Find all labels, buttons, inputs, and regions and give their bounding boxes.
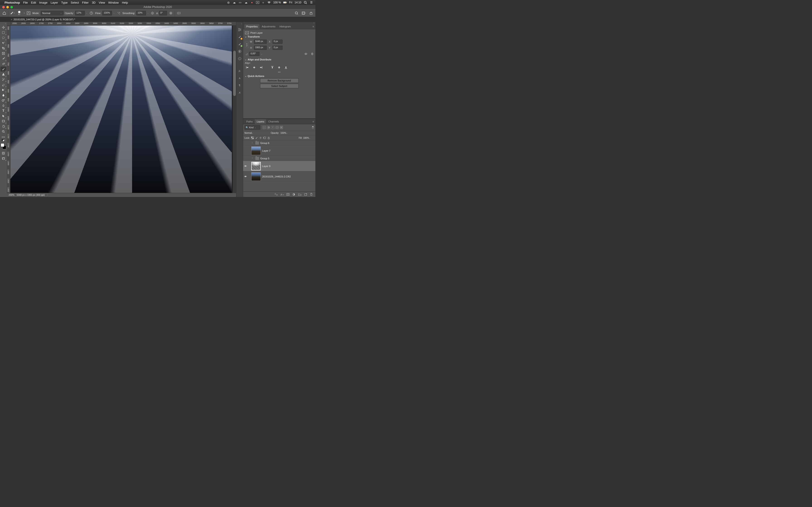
control-center-icon[interactable]: ☰: [309, 1, 313, 4]
blend-mode-select[interactable]: Normal⌄: [245, 132, 269, 134]
status-dot-icon[interactable]: ●: [250, 1, 254, 4]
brush-tool[interactable]: [0, 66, 6, 71]
more-options-icon[interactable]: •••: [245, 71, 314, 73]
history-brush-tool[interactable]: [0, 77, 6, 82]
menu-filter[interactable]: Filter: [82, 1, 89, 4]
lasso-tool[interactable]: [0, 35, 6, 40]
collapse-icon[interactable]: ⌄: [245, 75, 247, 77]
menu-edit[interactable]: Edit: [31, 1, 36, 4]
home-icon[interactable]: [2, 11, 7, 16]
wifi-icon[interactable]: [267, 1, 271, 4]
tab-adjustments[interactable]: Adjustments: [260, 24, 277, 29]
panel-menu-icon[interactable]: ≡: [313, 25, 314, 28]
width-input[interactable]: 5048 px: [254, 40, 267, 44]
layer-fx-icon[interactable]: fx ▾: [281, 193, 284, 196]
layer-item[interactable]: 20161029_144615-2.CR2: [243, 171, 315, 182]
menu-file[interactable]: File: [23, 1, 28, 4]
ruler-vertical[interactable]: 5506006507007508008509009501000105011001…: [7, 25, 10, 193]
tab-layers[interactable]: Layers: [255, 119, 266, 124]
document-tab[interactable]: × 20161029_144720-2.psd @ 200% (Layer 9,…: [9, 17, 78, 21]
filter-smart-icon[interactable]: [280, 126, 283, 129]
menu-help[interactable]: Help: [122, 1, 128, 4]
layer-item[interactable]: 〉Group 6: [243, 140, 315, 146]
lock-all-icon[interactable]: [267, 136, 270, 139]
stamp-tool[interactable]: [0, 72, 6, 77]
smoothing-options-icon[interactable]: [150, 11, 155, 16]
canvas[interactable]: [10, 25, 236, 193]
new-group-icon[interactable]: [298, 193, 302, 196]
align-top-icon[interactable]: [270, 65, 275, 70]
share-icon[interactable]: [309, 11, 314, 16]
move-tool[interactable]: [0, 25, 6, 30]
color-swatches[interactable]: [0, 143, 6, 150]
arrange-docs-icon[interactable]: ▾: [301, 11, 306, 16]
new-layer-icon[interactable]: [304, 193, 308, 196]
link-dims-icon[interactable]: [245, 42, 249, 48]
navigator-panel-icon[interactable]: [237, 49, 242, 54]
align-vcenter-icon[interactable]: [276, 65, 282, 70]
symmetry-icon[interactable]: [176, 11, 181, 16]
zoom-tool[interactable]: [0, 129, 6, 134]
panel-menu-icon[interactable]: ≡: [313, 120, 314, 123]
brush-settings-panel-icon[interactable]: [237, 27, 242, 32]
rotate-input[interactable]: 0,00°: [249, 52, 259, 56]
lock-image-icon[interactable]: [255, 136, 258, 139]
layer-item[interactable]: 〉Group 5: [243, 156, 315, 161]
collapse-icon[interactable]: ⌄: [245, 36, 247, 38]
doc-dims[interactable]: 5048 px x 3365 px (300 ppi): [17, 194, 45, 196]
fill-input[interactable]: 100%⌄: [303, 137, 314, 139]
scroll-thumb[interactable]: [233, 51, 236, 96]
layer-thumbnail[interactable]: [251, 172, 261, 181]
quick-mask-tool[interactable]: [0, 151, 6, 156]
tab-histogram[interactable]: Histogram: [278, 24, 293, 29]
mode-select[interactable]: Normal⌄: [41, 11, 63, 15]
battery-icon[interactable]: ⚡: [283, 1, 287, 4]
visibility-toggle[interactable]: [244, 175, 247, 177]
angle-input[interactable]: 0°: [159, 11, 167, 15]
cloud-icon[interactable]: ☁: [233, 1, 236, 4]
expand-dock-icon[interactable]: «: [236, 23, 243, 25]
cc-icon[interactable]: ◎: [226, 1, 230, 4]
menu-view[interactable]: View: [99, 1, 105, 4]
tab-paths[interactable]: Paths: [245, 119, 254, 124]
screen-icon[interactable]: ▭: [238, 1, 242, 4]
smoothing-input[interactable]: 10%: [136, 11, 146, 15]
height-input[interactable]: 3365 px: [254, 46, 267, 50]
flip-h-icon[interactable]: [304, 53, 308, 55]
menu-3d[interactable]: 3D: [92, 1, 96, 4]
lock-artboard-icon[interactable]: [263, 136, 266, 139]
align-left-icon[interactable]: [245, 65, 250, 70]
character-panel-icon[interactable]: A: [237, 75, 242, 80]
keyboard-icon[interactable]: A: [256, 1, 259, 4]
lock-position-icon[interactable]: [259, 136, 262, 139]
collapse-icon[interactable]: ⌄: [245, 58, 247, 61]
paragraph-panel-icon[interactable]: ¶: [237, 83, 242, 88]
screen-mode-tool[interactable]: [0, 156, 6, 161]
foreground-swatch[interactable]: [1, 143, 4, 147]
styles-panel-icon[interactable]: fx: [237, 68, 242, 73]
disclosure-icon[interactable]: 〉: [252, 157, 254, 160]
glyphs-panel-icon[interactable]: A: [237, 90, 242, 95]
hand-tool[interactable]: [0, 124, 6, 129]
collapse-panels-icon[interactable]: »: [243, 22, 315, 24]
zoom-level[interactable]: 200%: [9, 194, 14, 196]
quick-select-tool[interactable]: [0, 41, 6, 46]
menu-layer[interactable]: Layer: [51, 1, 58, 4]
edit-toolbar[interactable]: •••: [0, 135, 6, 138]
brush-settings-icon[interactable]: [26, 11, 31, 16]
minimize-window-button[interactable]: [6, 6, 9, 8]
app-name[interactable]: Photoshop: [5, 1, 20, 4]
dropbox-icon[interactable]: ⟐: [261, 1, 265, 4]
filter-shape-icon[interactable]: [275, 126, 279, 129]
filter-type-icon[interactable]: T: [271, 126, 274, 129]
airbrush-icon[interactable]: [116, 11, 121, 16]
menu-type[interactable]: Type: [61, 1, 67, 4]
status-more-icon[interactable]: 〉: [47, 193, 49, 197]
layer-name[interactable]: Layer 7: [262, 150, 270, 152]
layer-name[interactable]: Layer 9: [262, 165, 270, 168]
type-tool[interactable]: T: [0, 108, 6, 113]
visibility-toggle[interactable]: [244, 165, 247, 167]
default-swatches[interactable]: [0, 139, 6, 142]
close-tab-icon[interactable]: ×: [11, 18, 12, 21]
opacity-input[interactable]: 12%: [75, 11, 85, 15]
